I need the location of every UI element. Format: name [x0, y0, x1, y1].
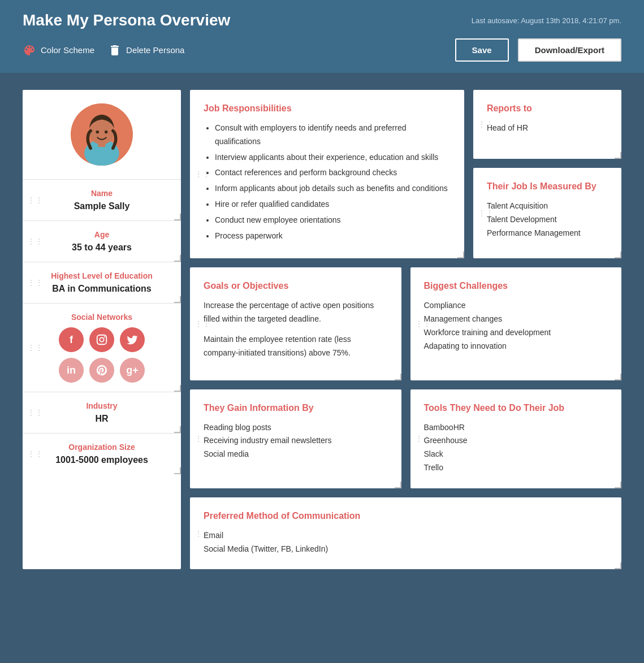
tools-title: Tools They Need to Do Their Job: [424, 403, 608, 413]
resize-handle[interactable]: [395, 482, 401, 488]
drag-handle: ⋮⋮: [27, 343, 43, 352]
drag-handle: ⋮⋮: [195, 529, 210, 538]
job-responsibilities-panel: ⋮⋮ Job Responsibilities Consult with emp…: [190, 90, 464, 258]
industry-value: HR: [36, 414, 167, 424]
job-measured-list: Talent AcquisitionTalent DevelopmentPerf…: [487, 200, 608, 240]
save-button[interactable]: Save: [455, 38, 509, 62]
list-item: Receiving industry email newsletters: [204, 434, 388, 448]
drag-handle: ⋮⋮: [478, 120, 494, 129]
gain-info-title: They Gain Information By: [204, 403, 388, 413]
linkedin-icon[interactable]: in: [59, 358, 84, 383]
job-responsibilities-content: Consult with employers to identify needs…: [204, 122, 451, 242]
resize-handle[interactable]: [615, 152, 621, 159]
age-section: ⋮⋮ Age 35 to 44 years: [23, 221, 181, 262]
challenges-panel: ⋮⋮ Biggest Challenges ComplianceManageme…: [410, 267, 622, 380]
drag-handle: ⋮⋮: [195, 319, 210, 328]
resize-handle[interactable]: [395, 374, 401, 380]
resize-handle[interactable]: [615, 482, 621, 488]
reports-to-panel: ⋮⋮ Reports to Head of HR: [473, 90, 621, 159]
education-section: ⋮⋮ Highest Level of Education BA in Comm…: [23, 262, 181, 304]
resize-handle[interactable]: [615, 252, 621, 258]
industry-label: Industry: [36, 401, 167, 410]
challenges-title: Biggest Challenges: [424, 281, 608, 291]
name-label: Name: [36, 189, 167, 198]
list-item: BambooHR: [424, 421, 608, 435]
drag-handle: ⋮⋮: [478, 209, 494, 218]
drag-handle: ⋮⋮: [27, 196, 43, 205]
job-responsibilities-title: Job Responsibilities: [204, 103, 451, 114]
resize-handle[interactable]: [615, 374, 621, 380]
list-item: Inform applicants about job details such…: [215, 182, 451, 196]
autosave-text: Last autosave: August 13th 2018, 4:21:07…: [472, 16, 621, 25]
org-size-value: 1001-5000 employees: [36, 455, 167, 465]
twitter-icon[interactable]: [120, 327, 145, 352]
facebook-icon[interactable]: f: [59, 327, 84, 352]
list-item: Contact references and perform backgroun…: [215, 166, 451, 180]
drag-handle: ⋮⋮: [27, 237, 43, 246]
social-icons-row: f: [36, 327, 167, 352]
age-value: 35 to 44 years: [36, 242, 167, 253]
profile-image-section: [23, 90, 181, 180]
social-icons-row-2: in g+: [36, 358, 167, 383]
social-networks-section: ⋮⋮ Social Networks f in g+: [23, 304, 181, 392]
list-item: Maintain the employee retention rate (le…: [204, 333, 388, 360]
delete-persona-button[interactable]: Delete Persona: [108, 44, 184, 57]
svg-point-3: [89, 120, 114, 145]
org-size-section: ⋮⋮ Organization Size 1001-5000 employees: [23, 434, 181, 474]
download-button[interactable]: Download/Export: [518, 38, 621, 62]
gain-info-panel: ⋮⋮ They Gain Information By Reading blog…: [190, 389, 401, 488]
challenges-content: ComplianceManagement changesWorkforce tr…: [424, 299, 608, 353]
tools-panel: ⋮⋮ Tools They Need to Do Their Job Bambo…: [410, 389, 622, 488]
communication-content: EmailSocial Media (Twitter, FB, LinkedIn…: [204, 529, 608, 556]
googleplus-icon[interactable]: g+: [120, 358, 145, 383]
list-item: Consult with employers to identify needs…: [215, 122, 451, 149]
drag-handle: ⋮⋮: [415, 319, 431, 328]
list-item: Performance Management: [487, 227, 608, 240]
panels-row-4: ⋮⋮ Preferred Method of Communication Ema…: [190, 497, 621, 570]
list-item: Management changes: [424, 313, 608, 326]
education-value: BA in Communications: [36, 284, 167, 294]
instagram-icon[interactable]: [89, 327, 114, 352]
list-item: Talent Development: [487, 213, 608, 227]
resize-handle[interactable]: [457, 252, 464, 258]
reports-to-content: Head of HR: [487, 122, 608, 135]
delete-persona-label: Delete Persona: [126, 45, 184, 55]
goals-panel: ⋮⋮ Goals or Objectives Increase the perc…: [190, 267, 401, 380]
resize-handle[interactable]: [174, 385, 181, 392]
list-item: Process paperwork: [215, 229, 451, 243]
gain-info-content: Reading blog postsReceiving industry ema…: [204, 421, 388, 461]
pinterest-svg: [96, 364, 108, 376]
list-item: Increase the percentage of active open p…: [204, 299, 388, 326]
drag-handle: ⋮⋮: [27, 278, 43, 287]
header-actions: Color Scheme Delete Persona Save Downloa…: [23, 38, 621, 73]
pinterest-icon[interactable]: [89, 358, 114, 383]
education-label: Highest Level of Education: [36, 271, 167, 280]
list-item: Talent Acquisition: [487, 200, 608, 213]
right-panels: ⋮⋮ Job Responsibilities Consult with emp…: [190, 90, 621, 569]
list-item: Adapating to innovation: [424, 340, 608, 353]
left-panel: ⋮⋮ Name Sample Sally ⋮⋮ Age 35 to 44 yea…: [23, 90, 181, 569]
color-scheme-icon: [23, 44, 36, 57]
goals-content: Increase the percentage of active open p…: [204, 299, 388, 359]
list-item: Reading blog posts: [204, 421, 388, 435]
goals-list: Increase the percentage of active open p…: [204, 299, 388, 359]
drag-handle: ⋮⋮: [195, 170, 210, 179]
panels-row-1: ⋮⋮ Job Responsibilities Consult with emp…: [190, 90, 621, 258]
drag-handle: ⋮⋮: [195, 434, 210, 443]
color-scheme-button[interactable]: Color Scheme: [23, 44, 94, 57]
avatar: [71, 103, 133, 166]
twitter-svg: [126, 333, 139, 346]
list-item: Social media: [204, 448, 388, 461]
resize-handle[interactable]: [174, 426, 181, 433]
resize-handle[interactable]: [174, 467, 181, 474]
communication-panel: ⋮⋮ Preferred Method of Communication Ema…: [190, 497, 621, 570]
resize-handle[interactable]: [174, 255, 181, 262]
resize-handle[interactable]: [174, 296, 181, 303]
resize-handle[interactable]: [615, 562, 621, 569]
resize-handle[interactable]: [174, 214, 181, 220]
name-value: Sample Sally: [36, 201, 167, 211]
drag-handle: ⋮⋮: [27, 449, 43, 458]
page-title: Make My Persona Overview: [23, 11, 230, 29]
communication-list: EmailSocial Media (Twitter, FB, LinkedIn…: [204, 529, 608, 556]
communication-title: Preferred Method of Communication: [204, 511, 608, 521]
